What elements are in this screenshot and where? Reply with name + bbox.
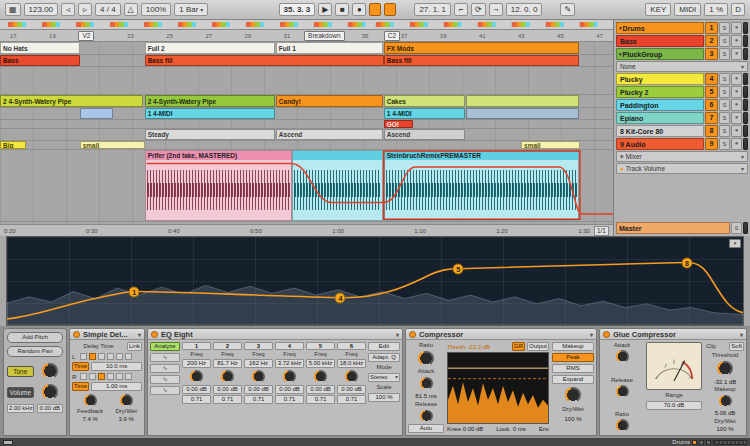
track-activator[interactable]: 8 [705, 125, 718, 137]
band-freq-value[interactable]: 162 Hz [244, 359, 273, 368]
output-view-button[interactable]: Output [527, 342, 549, 351]
key-map-toggle[interactable]: KEY [645, 3, 671, 16]
track-activator[interactable]: 6 [705, 99, 718, 111]
band-gain-value[interactable]: 0.00 dB [275, 385, 304, 394]
track-name[interactable]: 9 Audio [616, 138, 704, 150]
sync-grid-cell[interactable] [98, 353, 105, 360]
solo-button[interactable]: S [719, 22, 730, 34]
device-header[interactable]: Compressor ▾ [406, 329, 596, 340]
track-name[interactable]: Plucky 2 [616, 86, 704, 98]
makeup-knob[interactable] [719, 395, 732, 407]
track-activator[interactable]: 4 [705, 73, 718, 85]
arrangement-clip[interactable]: Full 2 [145, 42, 275, 54]
track-header[interactable]: ▾Drums 1 S ● [616, 22, 748, 34]
link-toggle[interactable]: Link [127, 342, 142, 351]
release-knob[interactable] [420, 410, 433, 423]
device-on-toggle[interactable] [409, 331, 416, 338]
unfold-icon[interactable]: ▾ [619, 51, 622, 57]
mini-clip-slot[interactable] [692, 440, 697, 445]
track-activator[interactable]: 7 [705, 112, 718, 124]
filter-type-icon[interactable]: ∿ [150, 364, 180, 373]
solo-button[interactable]: S [719, 35, 730, 47]
audio-clip[interactable]: Prlfer (2nd take, MASTERED) [145, 150, 292, 221]
loop-toggle[interactable]: ⟳ [471, 3, 486, 16]
expand-mode-button[interactable]: Expand [552, 375, 594, 384]
lookahead-value[interactable]: Look. 0 ms [496, 425, 525, 433]
macro-button-random-pan[interactable]: Random Pan [7, 346, 63, 357]
arrangement-clip[interactable]: small [521, 141, 580, 149]
device-header[interactable]: Simple Del... ▾ [70, 329, 144, 340]
gr-view-button[interactable]: GR [512, 342, 525, 351]
arm-button[interactable]: ● [731, 22, 742, 34]
edit-mode-button[interactable]: Edit [368, 342, 400, 351]
sync-grid-cell[interactable] [98, 373, 105, 380]
sync-grid-cell[interactable] [80, 373, 87, 380]
track-header[interactable]: 8 Kit-Core 80 8 S ● [616, 125, 748, 137]
nudge-up-button[interactable]: ▹ [78, 3, 92, 16]
band-freq-value[interactable]: 5.00 kHz [306, 359, 335, 368]
dry-wet-value[interactable]: 100 % [552, 415, 594, 423]
delay-time-value-l[interactable]: 10.0 ms [91, 362, 142, 371]
device-header[interactable]: Glue Compressor ▾ [600, 329, 746, 340]
device-on-toggle[interactable] [151, 331, 158, 338]
band-activator[interactable]: 4 [275, 342, 304, 350]
track-name[interactable]: ▾Drums [616, 22, 704, 34]
eq-band-handle[interactable]: 5 [453, 263, 464, 274]
sync-grid-cell[interactable] [89, 373, 96, 380]
track-lane[interactable] [0, 67, 613, 95]
dry-wet-value[interactable]: 100 % [706, 425, 744, 433]
chevron-down-icon[interactable]: ▾ [590, 331, 593, 338]
audio-track-lane[interactable]: Prlfer (2nd take, MASTERED) SteinbruchRe… [0, 150, 613, 222]
track-header[interactable]: 9 Audio 9 S ● [616, 138, 748, 150]
band-q-value[interactable]: 0.71 [337, 395, 366, 404]
track-name[interactable]: Plucky [616, 73, 704, 85]
draw-mode-toggle[interactable]: ✎ [560, 3, 575, 16]
overdub-toggle[interactable] [369, 3, 381, 16]
scale-value[interactable]: 100 % [368, 393, 400, 402]
attack-knob[interactable] [616, 350, 629, 363]
dry-wet-knob[interactable] [565, 387, 581, 403]
band-gain-knob[interactable] [190, 370, 203, 383]
arrangement-clip[interactable] [80, 108, 114, 119]
scrub-area[interactable]: 17192123252729313335373941434547 V2 Brea… [0, 30, 613, 42]
device-header[interactable]: EQ Eight ▾ [148, 329, 402, 340]
audio-clip[interactable] [292, 150, 383, 221]
master-track-header[interactable]: Master S [616, 222, 748, 234]
record-button[interactable]: ● [352, 3, 366, 16]
band-freq-value[interactable]: 3.72 kHz [275, 359, 304, 368]
macro-volume-button[interactable]: Volume [7, 387, 34, 398]
sync-grid-cell[interactable] [116, 373, 123, 380]
time-mode-toggle[interactable]: Time [72, 362, 89, 371]
back-to-arrangement-button[interactable] [384, 3, 396, 16]
attack-value[interactable]: 81.5 ms [408, 392, 444, 400]
arrangement-clip[interactable]: 1 4-MIDI [145, 108, 275, 119]
band-gain-knob[interactable] [252, 370, 265, 383]
solo-button[interactable]: S [719, 99, 730, 111]
arrangement-clip[interactable] [466, 108, 579, 119]
arrangement-clip[interactable]: Full 1 [276, 42, 383, 54]
track-header[interactable]: Plucky 2 5 S ● [616, 86, 748, 98]
quantization-menu[interactable]: 1 Bar▾ [174, 3, 208, 16]
loop-start[interactable]: 27. 1. 1 [414, 3, 451, 16]
track-activator[interactable]: 2 [705, 35, 718, 47]
solo-button[interactable]: S [719, 125, 730, 137]
track-name[interactable]: Bass [616, 35, 704, 47]
arm-button[interactable]: ● [731, 112, 742, 124]
arrangement-clip[interactable]: Cakes [384, 95, 465, 107]
arrangement-overview[interactable] [0, 20, 613, 30]
arm-button[interactable]: ● [731, 99, 742, 111]
arrangement-clip[interactable]: Bass fill [384, 55, 579, 66]
master-track-name[interactable]: Master [616, 222, 730, 234]
band-activator[interactable]: 1 [182, 342, 211, 350]
stop-button[interactable]: ■ [335, 3, 349, 16]
audio-clip-header[interactable]: SteinbruchRemixPREMASTER [385, 151, 578, 160]
eq-spectrum-display[interactable]: 1 4 5 8 ▾ [6, 236, 744, 326]
chevron-down-icon[interactable]: ▾ [740, 331, 743, 338]
filter-type-icon[interactable]: ∿ [150, 353, 180, 362]
arrangement-clip[interactable]: Bass [0, 55, 80, 66]
dry-wet-knob[interactable] [120, 394, 133, 407]
band-q-value[interactable]: 0.71 [213, 395, 242, 404]
arrangement-view[interactable]: 17192123252729313335373941434547 V2 Brea… [0, 20, 614, 236]
arrangement-clip[interactable]: No Hats [0, 42, 80, 54]
nudge-down-button[interactable]: ◃ [61, 3, 75, 16]
